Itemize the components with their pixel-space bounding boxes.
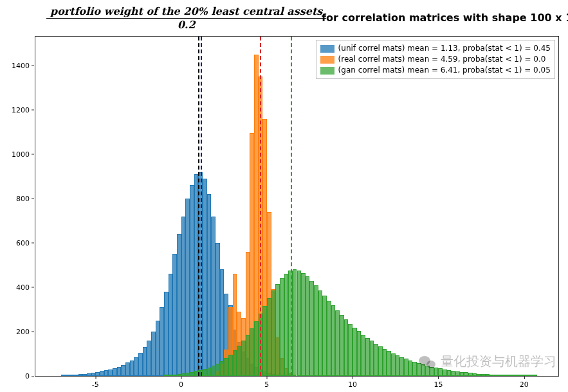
- hist-bar-gan: [293, 269, 297, 376]
- hist-bar-gan: [241, 341, 246, 376]
- hist-bar-unif: [169, 274, 173, 376]
- hist-bar-gan: [396, 355, 400, 376]
- hist-bar-gan: [215, 364, 220, 376]
- hist-bar-gan: [528, 375, 533, 376]
- legend-row-unif: (unif correl mats) mean = 1.13, proba(st…: [320, 43, 551, 54]
- hist-bar-gan: [211, 366, 215, 376]
- hist-bar-gan: [455, 371, 460, 376]
- hist-bar-unif: [130, 361, 134, 376]
- hist-bar-unif: [91, 373, 96, 376]
- hist-bar-gan: [297, 271, 302, 376]
- hist-bar-gan: [473, 373, 477, 376]
- hist-bar-gan: [233, 350, 237, 376]
- hist-bar-unif: [164, 292, 169, 376]
- wechat-icon: [419, 355, 435, 369]
- title-fraction: portfolio weight of the 20% least centra…: [46, 5, 326, 31]
- hist-bar-gan: [280, 278, 284, 376]
- hist-bar-gan: [331, 305, 336, 376]
- hist-bar-gan: [348, 324, 353, 376]
- hist-bar-unif: [134, 357, 138, 376]
- hist-bar-gan: [357, 331, 362, 376]
- hist-bar-gan: [335, 310, 340, 376]
- hist-bar-unif: [78, 374, 83, 376]
- y-tick: 1200: [12, 105, 30, 114]
- hist-bar-gan: [533, 375, 537, 376]
- hist-bar-unif: [220, 269, 224, 376]
- hist-bar-gan: [391, 353, 396, 376]
- hist-bar-gan: [408, 361, 413, 376]
- hist-bar-unif: [194, 174, 199, 376]
- hist-bar-gan: [237, 346, 241, 376]
- y-tick: 1000: [12, 150, 30, 158]
- hist-bar-unif: [151, 332, 156, 376]
- hist-bar-gan: [499, 375, 503, 376]
- hist-bar-gan: [327, 301, 331, 376]
- legend-label-gan: (gan correl mats) mean = 6.41, proba(sta…: [338, 65, 551, 76]
- y-tick: 0: [25, 372, 30, 380]
- hist-bar-unif: [66, 375, 70, 376]
- hist-bar-gan: [524, 375, 529, 376]
- hist-bar-gan: [344, 319, 349, 376]
- hist-bar-gan: [284, 274, 289, 376]
- hist-bar-gan: [262, 306, 267, 376]
- mean-line-unif: [201, 37, 202, 376]
- legend-swatch-real: [320, 56, 334, 64]
- hist-bar-unif: [172, 254, 177, 376]
- hist-bar-unif: [181, 217, 186, 376]
- ref-line: [198, 37, 199, 376]
- legend-row-gan: (gan correl mats) mean = 6.41, proba(sta…: [320, 65, 551, 76]
- x-tick: 20: [520, 380, 529, 389]
- hist-bar-gan: [451, 371, 455, 376]
- hist-bar-gan: [378, 346, 383, 376]
- hist-bar-gan: [194, 371, 199, 376]
- hist-bar-unif: [203, 179, 207, 376]
- legend-swatch-unif: [320, 45, 334, 53]
- x-tick: 15: [434, 380, 443, 389]
- legend-label-real: (real correl mats) mean = 4.59, proba(st…: [338, 54, 546, 65]
- hist-bar-gan: [460, 372, 464, 376]
- hist-bar-gan: [207, 368, 212, 376]
- hist-bar-gan: [309, 281, 314, 376]
- hist-bar-gan: [511, 375, 516, 376]
- hist-bar-unif: [156, 321, 160, 376]
- hist-bar-unif: [143, 347, 147, 376]
- watermark-text: 量化投资与机器学习: [441, 353, 556, 370]
- legend-swatch-gan: [320, 67, 334, 75]
- hist-bar-gan: [177, 374, 181, 376]
- hist-bar-gan: [164, 375, 169, 376]
- hist-bar-gan: [520, 375, 524, 376]
- hist-bar-unif: [147, 341, 151, 376]
- hist-bar-gan: [464, 372, 468, 376]
- hist-bar-gan: [301, 273, 306, 376]
- y-tick: 1400: [12, 61, 30, 69]
- hist-bar-gan: [246, 335, 250, 376]
- hist-bar-gan: [507, 375, 511, 376]
- hist-bar-unif: [215, 243, 220, 376]
- chart-figure: portfolio weight of the 20% least centra…: [0, 0, 568, 392]
- hist-bar-unif: [177, 234, 181, 376]
- hist-bar-unif: [121, 365, 125, 376]
- y-tick: 600: [16, 238, 30, 247]
- x-tick: -5: [92, 380, 99, 389]
- hist-bar-gan: [412, 362, 417, 376]
- hist-bar-unif: [100, 371, 104, 376]
- hist-bar-gan: [181, 373, 186, 376]
- title-denominator: 0.2: [46, 19, 326, 31]
- hist-bar-gan: [374, 344, 378, 376]
- hist-bar-gan: [275, 284, 280, 376]
- x-tick: 5: [264, 380, 269, 389]
- legend-label-unif: (unif correl mats) mean = 1.13, proba(st…: [338, 43, 551, 54]
- hist-bar-gan: [361, 335, 365, 376]
- hist-bar-unif: [82, 374, 87, 376]
- y-tick: 400: [16, 283, 30, 291]
- hist-bar-unif: [74, 375, 78, 376]
- hist-bar-gan: [250, 328, 254, 376]
- hist-bar-gan: [447, 370, 452, 376]
- hist-bar-unif: [104, 370, 109, 376]
- hist-bar-gan: [365, 338, 370, 376]
- hist-bar-gan: [318, 290, 323, 376]
- hist-bar-gan: [169, 375, 173, 376]
- hist-bar-unif: [190, 185, 194, 376]
- hist-bar-gan: [486, 374, 490, 376]
- mean-line-real: [260, 37, 261, 376]
